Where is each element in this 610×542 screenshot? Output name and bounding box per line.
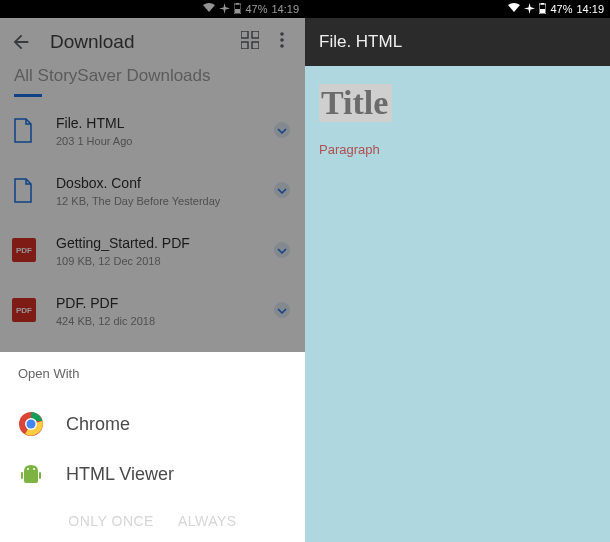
svg-rect-5 bbox=[241, 42, 248, 49]
phone-right: 47% 14:19 File. HTML Title Paragraph bbox=[305, 0, 610, 542]
pdf-icon: PDF bbox=[12, 238, 38, 264]
file-name: Dosbox. Conf bbox=[56, 175, 273, 191]
document-icon bbox=[12, 118, 38, 144]
svg-point-9 bbox=[280, 44, 284, 48]
svg-rect-1 bbox=[236, 3, 239, 5]
chevron-down-icon[interactable] bbox=[273, 301, 293, 321]
always-button[interactable]: ALWAYS bbox=[178, 513, 237, 529]
svg-rect-4 bbox=[252, 31, 259, 38]
file-meta: 203 1 Hour Ago bbox=[56, 135, 273, 147]
svg-point-11 bbox=[274, 182, 290, 198]
back-icon[interactable] bbox=[10, 31, 32, 53]
grid-view-icon[interactable] bbox=[241, 31, 263, 53]
svg-rect-2 bbox=[235, 9, 240, 13]
chrome-icon bbox=[18, 411, 44, 437]
wifi-icon bbox=[508, 3, 520, 15]
svg-point-7 bbox=[280, 32, 284, 36]
more-icon[interactable] bbox=[273, 31, 295, 53]
svg-point-21 bbox=[27, 468, 29, 470]
file-name: PDF. PDF bbox=[56, 295, 273, 311]
svg-point-20 bbox=[27, 420, 36, 429]
file-row[interactable]: PDF PDF. PDF 424 KB, 12 dic 2018 bbox=[0, 281, 305, 341]
battery-icon bbox=[539, 3, 546, 16]
battery-text: 47% bbox=[550, 3, 572, 15]
file-row[interactable]: PDF Getting_Started. PDF 109 KB, 12 Dec … bbox=[0, 221, 305, 281]
clock-text: 14:19 bbox=[576, 3, 604, 15]
svg-point-17 bbox=[274, 302, 290, 318]
svg-point-22 bbox=[33, 468, 35, 470]
document-body: Title Paragraph bbox=[305, 66, 610, 176]
viewer-title-bar: File. HTML bbox=[305, 18, 610, 66]
svg-point-8 bbox=[280, 38, 284, 42]
svg-point-10 bbox=[274, 122, 290, 138]
svg-rect-3 bbox=[241, 31, 248, 38]
svg-text:PDF: PDF bbox=[16, 306, 32, 315]
phone-left: 47% 14:19 Download All StorySaver Downlo… bbox=[0, 0, 305, 542]
open-with-sheet: Open With Chrome bbox=[0, 352, 305, 542]
svg-rect-6 bbox=[252, 42, 259, 49]
chevron-down-icon[interactable] bbox=[273, 181, 293, 201]
svg-rect-23 bbox=[21, 472, 23, 479]
only-once-button[interactable]: ONLY ONCE bbox=[68, 513, 154, 529]
app-title: Download bbox=[50, 31, 231, 53]
document-paragraph: Paragraph bbox=[319, 142, 380, 157]
battery-text: 47% bbox=[245, 3, 267, 15]
tab-indicator bbox=[14, 94, 42, 97]
file-list: File. HTML 203 1 Hour Ago Dosbox. Conf 1… bbox=[0, 101, 305, 341]
sheet-option-html-viewer[interactable]: HTML Viewer bbox=[0, 449, 305, 499]
android-icon bbox=[18, 461, 44, 487]
app-bar: Download bbox=[0, 18, 305, 66]
sheet-option-label: Chrome bbox=[66, 414, 130, 435]
section-label: All StorySaver Downloads bbox=[0, 66, 305, 94]
svg-rect-26 bbox=[541, 3, 544, 5]
svg-point-14 bbox=[274, 242, 290, 258]
sheet-option-label: HTML Viewer bbox=[66, 464, 174, 485]
sheet-option-chrome[interactable]: Chrome bbox=[0, 399, 305, 449]
svg-rect-27 bbox=[540, 9, 545, 13]
chevron-down-icon[interactable] bbox=[273, 121, 293, 141]
svg-rect-24 bbox=[39, 472, 41, 479]
pdf-icon: PDF bbox=[12, 298, 38, 324]
viewer-title: File. HTML bbox=[319, 32, 402, 52]
file-name: File. HTML bbox=[56, 115, 273, 131]
file-name: Getting_Started. PDF bbox=[56, 235, 273, 251]
file-meta: 12 KB, The Day Before Yesterday bbox=[56, 195, 273, 207]
chevron-down-icon[interactable] bbox=[273, 241, 293, 261]
file-row[interactable]: File. HTML 203 1 Hour Ago bbox=[0, 101, 305, 161]
file-meta: 109 KB, 12 Dec 2018 bbox=[56, 255, 273, 267]
battery-icon bbox=[234, 3, 241, 16]
file-row[interactable]: Dosbox. Conf 12 KB, The Day Before Yeste… bbox=[0, 161, 305, 221]
airplane-icon bbox=[219, 3, 230, 16]
svg-text:PDF: PDF bbox=[16, 246, 32, 255]
clock-text: 14:19 bbox=[271, 3, 299, 15]
document-heading: Title bbox=[319, 84, 392, 122]
document-icon bbox=[12, 178, 38, 204]
wifi-icon bbox=[203, 3, 215, 15]
status-bar: 47% 14:19 bbox=[0, 0, 305, 18]
file-meta: 424 KB, 12 dic 2018 bbox=[56, 315, 273, 327]
sheet-title: Open With bbox=[0, 366, 305, 399]
status-bar: 47% 14:19 bbox=[305, 0, 610, 18]
airplane-icon bbox=[524, 3, 535, 16]
